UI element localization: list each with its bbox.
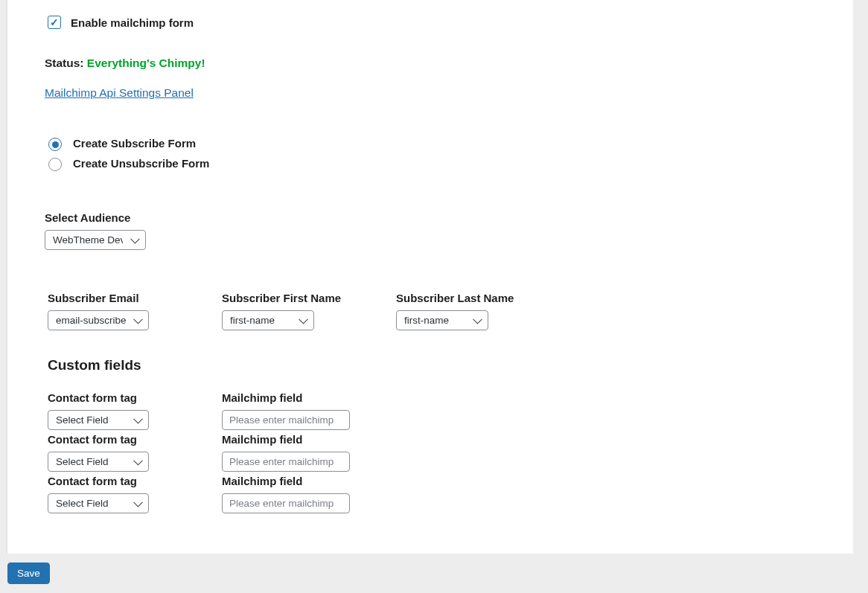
subscriber-first-name-col: Subscriber First Name first-name bbox=[222, 292, 366, 330]
subscriber-email-label: Subscriber Email bbox=[48, 292, 192, 304]
cf-tag-select-wrap-1: Select Field bbox=[48, 410, 149, 430]
enable-mailchimp-label: Enable mailchimp form bbox=[71, 16, 194, 29]
audience-select[interactable]: WebTheme Dev bbox=[45, 230, 146, 250]
subscriber-first-name-label: Subscriber First Name bbox=[222, 292, 366, 304]
audience-select-wrap: WebTheme Dev bbox=[45, 230, 146, 250]
radio-unsubscribe[interactable] bbox=[48, 158, 62, 171]
cf-tag-select-1[interactable]: Select Field bbox=[48, 410, 149, 430]
status-label: Status: bbox=[45, 57, 87, 69]
cf-field-input-1[interactable] bbox=[222, 410, 350, 430]
radio-unsubscribe-option[interactable]: Create Unsubscribe Form bbox=[45, 156, 853, 171]
subscriber-last-name-select-wrap: first-name bbox=[396, 310, 488, 330]
cf-tag-select-3[interactable]: Select Field bbox=[48, 493, 149, 513]
subscriber-last-name-col: Subscriber Last Name first-name bbox=[396, 292, 540, 330]
enable-mailchimp-row: Enable mailchimp form bbox=[45, 0, 853, 31]
subscriber-email-col: Subscriber Email email-subscribe bbox=[48, 292, 192, 330]
save-bar: Save bbox=[0, 554, 868, 593]
enable-mailchimp-checkbox[interactable] bbox=[48, 16, 61, 29]
subscriber-first-name-select[interactable]: first-name bbox=[222, 310, 314, 330]
radio-subscribe[interactable] bbox=[48, 138, 62, 151]
custom-field-row-3: Contact form tag Select Field Mailchimp … bbox=[45, 475, 853, 513]
subscriber-last-name-select[interactable]: first-name bbox=[396, 310, 488, 330]
subscriber-email-select[interactable]: email-subscribe bbox=[48, 310, 149, 330]
cf-tag-label-2: Contact form tag bbox=[48, 433, 192, 446]
subscriber-fields-row: Subscriber Email email-subscribe Subscri… bbox=[45, 292, 853, 330]
subscriber-first-name-select-wrap: first-name bbox=[222, 310, 314, 330]
cf-field-label-3: Mailchimp field bbox=[222, 475, 366, 487]
save-button[interactable]: Save bbox=[7, 562, 50, 584]
custom-field-row-1: Contact form tag Select Field Mailchimp … bbox=[45, 391, 853, 430]
status-value: Everything's Chimpy! bbox=[87, 57, 205, 69]
form-type-group: Create Subscribe Form Create Unsubscribe… bbox=[45, 135, 853, 171]
cf-field-input-2[interactable] bbox=[222, 452, 350, 472]
custom-field-row-2: Contact form tag Select Field Mailchimp … bbox=[45, 433, 853, 472]
api-settings-link[interactable]: Mailchimp Api Settings Panel bbox=[45, 86, 194, 100]
custom-fields-title: Custom fields bbox=[45, 357, 853, 374]
radio-subscribe-option[interactable]: Create Subscribe Form bbox=[45, 135, 853, 151]
cf-field-input-3[interactable] bbox=[222, 493, 350, 513]
radio-subscribe-label: Create Subscribe Form bbox=[73, 137, 196, 150]
cf-tag-label-1: Contact form tag bbox=[48, 391, 192, 404]
subscriber-last-name-label: Subscriber Last Name bbox=[396, 292, 540, 304]
cf-field-label-1: Mailchimp field bbox=[222, 391, 366, 404]
status-line: Status: Everything's Chimpy! bbox=[45, 57, 853, 70]
radio-unsubscribe-label: Create Unsubscribe Form bbox=[73, 157, 209, 170]
cf-tag-select-wrap-2: Select Field bbox=[48, 452, 149, 472]
cf-tag-label-3: Contact form tag bbox=[48, 475, 192, 487]
cf-tag-select-wrap-3: Select Field bbox=[48, 493, 149, 513]
audience-label: Select Audience bbox=[45, 211, 853, 224]
cf-field-label-2: Mailchimp field bbox=[222, 433, 366, 446]
subscriber-email-select-wrap: email-subscribe bbox=[48, 310, 149, 330]
mailchimp-settings-panel: Enable mailchimp form Status: Everything… bbox=[6, 0, 853, 554]
cf-tag-select-2[interactable]: Select Field bbox=[48, 452, 149, 472]
